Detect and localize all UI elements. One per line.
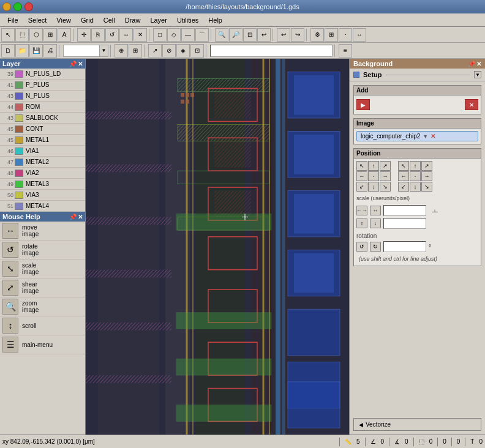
tb-extra[interactable]: ≡ [339,44,352,58]
pos-arrow-uc[interactable]: ↑ [368,161,379,171]
tb-select-rect[interactable]: ⬚ [15,28,29,42]
layer-item[interactable]: 50 VIA3 [0,190,85,201]
pos-arrow2-ml[interactable]: ← [398,171,409,181]
rotation-input[interactable]: 0 [383,241,426,252]
window-maximize-btn[interactable] [13,2,22,11]
menu-select[interactable]: Select [23,15,52,25]
link-icon[interactable]: ⫠ [429,204,442,217]
pos-arrow-mc[interactable]: · [368,171,379,181]
pos-arrow-ur[interactable]: ↗ [380,161,391,171]
tb-zoom-in[interactable]: 🔍 [215,28,228,42]
menu-file[interactable]: File [2,15,23,25]
tb-select-all[interactable]: ⊞ [43,28,57,42]
tb-snap[interactable]: ⋅ [339,28,352,42]
menu-view[interactable]: View [51,15,76,25]
pos-arrow-dl[interactable]: ↙ [356,182,367,192]
pos-arrow2-uc[interactable]: ↑ [410,161,421,171]
tb-select-tool2[interactable]: ↗ [148,44,162,58]
scale-v-bottom-btn[interactable]: ↓ [370,218,381,228]
tb-move[interactable]: ✛ [77,28,91,42]
layer-item[interactable]: 39 N_PLUS_LD [0,69,85,80]
pos-arrow2-ur[interactable]: ↗ [421,161,432,171]
pos-arrow-mr[interactable]: → [380,171,391,181]
tb-draw-wire[interactable]: — [181,28,195,42]
scale-h-right-btn[interactable]: ↔ [370,206,381,215]
layer-item[interactable]: 43 SALBLOCK [0,113,85,124]
tb-snap-toggle[interactable]: ⊕ [115,44,128,58]
tb-deselect[interactable]: ⊘ [162,44,176,58]
scale-h-input[interactable]: 1 [383,205,426,216]
tb-measure[interactable]: ↔ [353,28,366,42]
layer-panel-pin[interactable]: 📌 [69,61,77,67]
tb-draw-box[interactable]: □ [153,28,167,42]
layer-item[interactable]: 45 METAL1 [0,135,85,146]
tb-save[interactable]: 💾 [29,44,43,58]
image-remove-btn[interactable]: ✕ [430,133,435,140]
tb-select-tool3[interactable]: ◈ [176,44,190,58]
tb-copy[interactable]: ⎘ [91,28,105,42]
tb-select-polygon[interactable]: ⬡ [29,28,43,42]
pos-arrow-dr[interactable]: ↘ [380,182,391,192]
layer-item[interactable]: 51 METAL4 [0,201,85,212]
pos-arrow-ul[interactable]: ↖ [356,161,367,171]
cell-name-input[interactable]: noname [210,45,333,57]
pos-arrow2-dl[interactable]: ↙ [398,182,409,192]
tb-text[interactable]: A [58,28,71,42]
menu-help[interactable]: Help [203,15,227,25]
menu-draw[interactable]: Draw [120,15,146,25]
tb-open[interactable]: 📁 [15,44,29,58]
tb-zoom-prev[interactable]: ↩ [257,28,271,42]
tb-arrow-tool[interactable]: ↖ [1,28,15,42]
rotate-left-btn[interactable]: ↺ [356,242,367,252]
scale-v-input[interactable]: 1 [383,218,426,229]
rotate-right-btn[interactable]: ↻ [370,242,381,252]
tb-properties[interactable]: ⚙ [310,28,324,42]
tb-zoom-fit[interactable]: ⊡ [243,28,257,42]
tb-draw-arc[interactable]: ⌒ [195,28,209,42]
menu-cell[interactable]: Cell [99,15,120,25]
layer-item[interactable]: 46 VIA1 [0,146,85,157]
layer-item[interactable]: 41 P_PLUS [0,80,85,91]
window-close-btn[interactable] [24,2,33,11]
pos-arrow2-dc[interactable]: ↓ [410,182,421,192]
menu-layer[interactable]: Layer [145,15,172,25]
tb-grid-toggle[interactable]: ⊞ [325,28,338,42]
pos-arrow-ml[interactable]: ← [356,171,367,181]
tb-new[interactable]: 🗋 [1,44,15,58]
zoom-combo-arrow[interactable]: ▼ [100,45,108,57]
bg-panel-pin[interactable]: 📌 [468,61,475,67]
layer-item[interactable]: 48 VIA2 [0,168,85,179]
tb-expand[interactable]: ⊡ [190,44,204,58]
bg-panel-close[interactable]: ✕ [476,61,481,67]
pos-arrow2-mr[interactable]: → [421,171,432,181]
tb-rotate[interactable]: ↺ [105,28,119,42]
tb-delete[interactable]: ✕ [133,28,147,42]
pos-arrow-dc[interactable]: ↓ [368,182,379,192]
tb-draw-poly[interactable]: ◇ [167,28,181,42]
add-remove-btn[interactable]: ✕ [465,99,478,110]
pos-arrow2-ul[interactable]: ↖ [398,161,409,171]
tb-undo[interactable]: ↩ [277,28,290,42]
window-minimize-btn[interactable] [2,2,11,11]
canvas-area[interactable] [86,59,349,435]
scale-h-left-btn[interactable]: ←→ [356,206,367,215]
pos-arrow2-mc[interactable]: · [410,171,421,181]
tb-redo[interactable]: ↪ [291,28,304,42]
tb-grid-fine[interactable]: ⊞ [129,44,142,58]
scale-v-top-btn[interactable]: ↕ [356,218,367,228]
setup-collapse-btn[interactable]: ▼ [474,71,481,78]
layer-item[interactable]: 47 METAL2 [0,157,85,168]
mouse-panel-close[interactable]: ✕ [78,214,83,220]
zoom-combo[interactable]: 5 ▼ [63,45,108,57]
vectorize-btn[interactable]: ◀ Vectorize [353,418,481,431]
layer-panel-close[interactable]: ✕ [78,61,83,67]
zoom-input[interactable]: 5 [63,45,100,57]
tb-zoom-out[interactable]: 🔎 [229,28,242,42]
menu-utilities[interactable]: Utilities [172,15,203,25]
layer-item[interactable]: 49 METAL3 [0,179,85,190]
menu-grid[interactable]: Grid [76,15,99,25]
layer-item[interactable]: 45 CONT [0,124,85,135]
pos-arrow2-dr[interactable]: ↘ [421,182,432,192]
tb-mirror-h[interactable]: ↔ [119,28,133,42]
tb-print[interactable]: 🖨 [43,44,57,58]
